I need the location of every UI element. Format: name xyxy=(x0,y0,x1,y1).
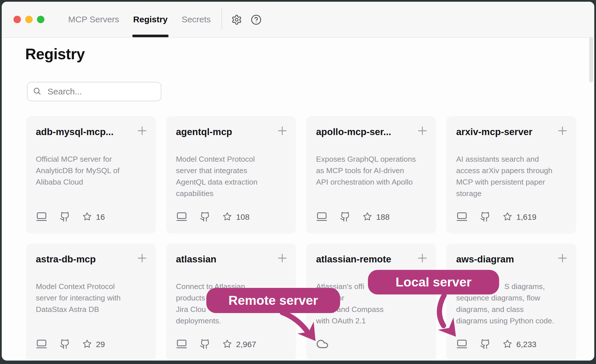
card-agentql-mcp[interactable]: agentql-mcp Model Context Protocolserver… xyxy=(166,116,296,234)
card-adb-mysql-mcp[interactable]: adb-mysql-mcp... Official MCP server for… xyxy=(26,116,156,234)
description-line: MCP with persistent paper xyxy=(456,176,570,188)
description-line: Official MCP server for xyxy=(36,153,150,165)
star-count: 188 xyxy=(376,213,390,222)
star-count: 1,619 xyxy=(516,213,536,222)
star-count: 108 xyxy=(236,213,250,222)
tab-registry[interactable]: Registry xyxy=(133,2,168,37)
server-description: Exposes GraphQL operationsas MCP tools f… xyxy=(316,153,430,188)
server-name: apollo-mcp-ser... xyxy=(316,126,411,137)
star-icon xyxy=(70,339,92,350)
add-server-button[interactable] xyxy=(135,252,149,265)
titlebar: MCP ServersRegistrySecrets xyxy=(2,2,594,38)
description-line: DataStax Astra DB xyxy=(36,304,150,315)
star-icon xyxy=(210,212,232,223)
add-server-button[interactable] xyxy=(556,252,569,265)
card-arxiv-mcp-server[interactable]: arxiv-mcp-server AI assistants search an… xyxy=(446,116,576,234)
github-icon xyxy=(47,339,70,351)
github-icon xyxy=(187,211,210,223)
card-apollo-mcp-ser[interactable]: apollo-mcp-ser... Exposes GraphQL operat… xyxy=(306,116,436,234)
close-window-button[interactable] xyxy=(13,16,21,23)
star-count: 16 xyxy=(96,213,105,222)
local-server-callout: Local server xyxy=(368,270,499,294)
settings-button[interactable] xyxy=(230,14,243,26)
description-line: AgentQL data extraction xyxy=(176,176,290,188)
toolbar-divider xyxy=(221,8,222,30)
star-icon xyxy=(491,339,512,350)
server-card-footer: 108 xyxy=(176,211,250,224)
server-card-footer: 188 xyxy=(316,211,390,224)
server-name: astra-db-mcp xyxy=(36,254,131,265)
add-server-button[interactable] xyxy=(275,124,289,138)
plus-icon xyxy=(136,261,149,266)
add-server-button[interactable] xyxy=(135,124,149,138)
plus-icon xyxy=(276,134,289,138)
plus-icon xyxy=(416,134,429,138)
laptop-icon xyxy=(36,211,47,223)
card-astra-db-mcp[interactable]: astra-db-mcp Model Context Protocolserve… xyxy=(26,244,156,361)
minimize-window-button[interactable] xyxy=(25,16,33,23)
gear-icon xyxy=(231,22,242,26)
description-line: Model Context Protocol xyxy=(36,281,150,292)
description-line: Model Context Protocol xyxy=(176,153,290,165)
server-card-footer: 16 xyxy=(36,211,105,224)
description-line: API orchestration with Apollo xyxy=(316,176,430,188)
star-icon xyxy=(350,212,372,223)
help-button[interactable] xyxy=(250,14,262,26)
tab-secrets[interactable]: Secrets xyxy=(182,2,211,37)
add-server-button[interactable] xyxy=(275,252,289,265)
plus-icon xyxy=(556,134,569,138)
server-name: adb-mysql-mcp... xyxy=(36,126,131,137)
plus-icon xyxy=(276,261,289,266)
description-line: Exposes GraphQL operations xyxy=(316,153,430,165)
description-line: storage xyxy=(456,188,570,199)
help-circle-icon xyxy=(251,22,262,26)
description-line: capabilities xyxy=(176,188,290,199)
server-description: Model Context Protocolserver that integr… xyxy=(176,153,290,199)
description-line: deployments. xyxy=(176,315,290,327)
server-card-footer: 2,967 xyxy=(176,338,256,351)
github-icon xyxy=(328,211,350,223)
add-server-button[interactable] xyxy=(415,252,429,265)
laptop-icon xyxy=(176,211,187,223)
server-name: agentql-mcp xyxy=(176,126,271,137)
description-line: AI assistants search and xyxy=(456,153,570,165)
card-aws-diagram[interactable]: aws-diagram S diagrams,sequence diagrams… xyxy=(446,244,576,361)
star-icon xyxy=(210,339,232,350)
search-box xyxy=(27,82,161,101)
plus-icon xyxy=(136,134,149,138)
github-icon xyxy=(47,211,70,223)
star-count: 6,233 xyxy=(516,340,536,349)
server-description: AI assistants search andaccess arXiv pap… xyxy=(456,153,570,199)
laptop-icon xyxy=(36,338,47,351)
plus-icon xyxy=(556,261,569,266)
laptop-icon xyxy=(176,338,187,351)
zoom-window-button[interactable] xyxy=(37,16,44,23)
tab-mcp-servers[interactable]: MCP Servers xyxy=(68,2,119,37)
add-server-button[interactable] xyxy=(415,124,429,138)
server-card-footer: 29 xyxy=(36,338,105,351)
plus-icon xyxy=(416,261,429,266)
scrollbar-thumb[interactable] xyxy=(589,37,593,82)
description-line: server that integrates xyxy=(176,165,290,176)
github-icon xyxy=(187,339,210,351)
github-icon xyxy=(468,211,491,223)
star-count: 2,967 xyxy=(236,340,256,349)
page-title: Registry xyxy=(25,45,85,63)
search-icon xyxy=(33,87,41,96)
description-line: diagrams, and class xyxy=(456,304,570,315)
description-line: with OAuth 2.1 xyxy=(316,315,430,327)
remote-server-callout: Remote server xyxy=(206,288,340,313)
server-card-footer: 1,619 xyxy=(456,211,536,224)
server-card-footer xyxy=(316,338,329,351)
laptop-icon xyxy=(316,211,328,223)
cloud-icon xyxy=(316,338,329,351)
server-description: Official MCP server forAnalyticDB for My… xyxy=(36,153,150,188)
star-count: 29 xyxy=(96,340,105,349)
laptop-icon xyxy=(456,338,468,351)
search-input[interactable] xyxy=(47,86,159,97)
description-line: server for interacting with xyxy=(36,292,150,304)
window-controls xyxy=(13,16,44,23)
laptop-icon xyxy=(456,211,468,223)
description-line: S diagrams, xyxy=(504,281,570,292)
add-server-button[interactable] xyxy=(556,124,569,138)
